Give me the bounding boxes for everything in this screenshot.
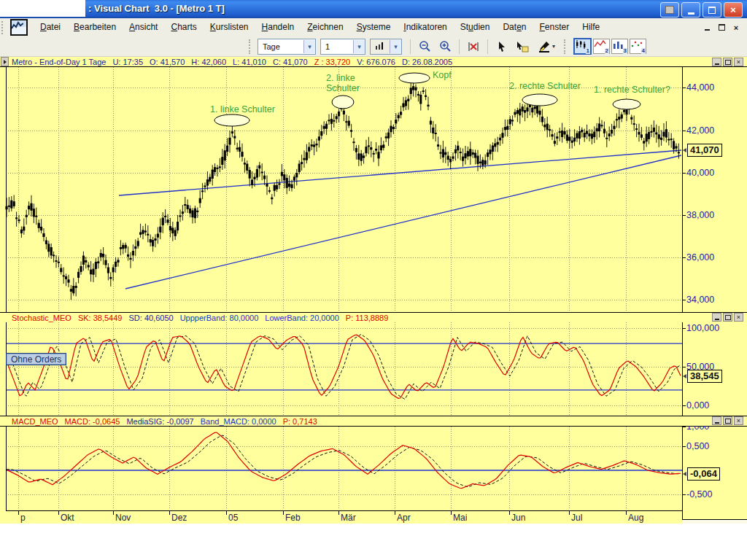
mdi-restore-button[interactable] bbox=[716, 23, 727, 32]
price-header-segment: O: 41,570 bbox=[150, 58, 185, 66]
toolbar-separator bbox=[487, 39, 488, 54]
month-label: Jun bbox=[511, 513, 525, 523]
zoom-in-icon bbox=[439, 40, 452, 52]
chevron-down-icon[interactable]: ▾ bbox=[303, 40, 315, 53]
chart-workspace: Metro - End-of-Day 1 TageU: 17:35O: 41,5… bbox=[0, 57, 747, 524]
panel-close-button[interactable]: × bbox=[734, 416, 743, 425]
mdi-minimize-button[interactable] bbox=[702, 23, 712, 32]
menu-item-datei[interactable]: Datei bbox=[34, 18, 67, 36]
panel-close-button[interactable]: × bbox=[734, 58, 743, 66]
menu-item-handeln[interactable]: Handeln bbox=[255, 18, 301, 36]
stochastic-ytick-label: 100,000 bbox=[686, 323, 719, 333]
cursor-tool-button[interactable] bbox=[492, 38, 511, 55]
period-combobox[interactable]: Tage ▾ bbox=[258, 39, 316, 55]
pen-tool-button[interactable]: ▾ bbox=[533, 38, 560, 55]
panel-maximize-button[interactable] bbox=[723, 313, 732, 322]
price-header-segment: D: 26.08.2005 bbox=[402, 58, 452, 66]
window-box-button[interactable] bbox=[660, 2, 679, 18]
pen-icon bbox=[538, 41, 551, 52]
mdi-close-button[interactable]: × bbox=[731, 23, 741, 32]
pattern-annotation: 1. rechte Schulter? bbox=[594, 85, 670, 95]
price-header-segment: L: 41,010 bbox=[233, 58, 266, 66]
panel-maximize-button[interactable] bbox=[723, 416, 732, 425]
ohne-orders-button[interactable]: Ohne Orders bbox=[6, 353, 66, 365]
zoom-in-button[interactable] bbox=[436, 38, 454, 55]
panel-minimize-button[interactable] bbox=[712, 313, 721, 322]
menu-item-charts[interactable]: Charts bbox=[164, 18, 203, 36]
chevron-down-icon[interactable]: ▾ bbox=[390, 40, 401, 53]
thumb-number: 1 bbox=[586, 48, 590, 54]
delete-drawing-icon bbox=[467, 41, 480, 52]
macd-value-tag: -0,064 bbox=[683, 467, 720, 481]
panel-close-button[interactable]: × bbox=[734, 313, 743, 322]
minimize-button[interactable] bbox=[681, 2, 700, 18]
chart-type-combobox[interactable]: ▾ bbox=[370, 39, 402, 55]
chart-window-2-button[interactable]: 2 bbox=[593, 39, 610, 54]
menu-item-systeme[interactable]: Systeme bbox=[350, 18, 398, 36]
stochastic-value-tag: 38,545 bbox=[683, 370, 722, 383]
panel-maximize-button[interactable] bbox=[723, 58, 732, 66]
arrow-left-icon bbox=[683, 148, 686, 152]
menu-item-studien[interactable]: Studien bbox=[454, 18, 497, 36]
macd-header-text: MACD_MEOMACD: -0,0645MediaSIG: -0,0097Ba… bbox=[12, 417, 324, 426]
month-label: Jul bbox=[571, 513, 582, 523]
minimize-icon bbox=[715, 63, 719, 65]
month-label: Apr bbox=[397, 513, 411, 523]
stochastic-panel-controls: × bbox=[712, 313, 743, 322]
pointer-note-icon bbox=[516, 41, 529, 52]
arrow-left-icon bbox=[683, 374, 686, 378]
pointer-note-tool-button[interactable] bbox=[513, 38, 532, 55]
menu-item-fenster[interactable]: Fenster bbox=[533, 18, 576, 36]
app-icon[interactable] bbox=[10, 19, 28, 36]
menu-item-hilfe[interactable]: Hilfe bbox=[576, 18, 606, 36]
menu-grip-handle[interactable] bbox=[1, 21, 6, 34]
toolbar-grip-handle[interactable] bbox=[249, 39, 254, 54]
zoom-out-button[interactable] bbox=[415, 38, 434, 55]
menu-item-ansicht[interactable]: Ansicht bbox=[123, 18, 164, 36]
mdi-restore-icon bbox=[719, 24, 725, 31]
minimize-icon bbox=[715, 422, 719, 424]
menu-item-zeichnen[interactable]: Zeichnen bbox=[301, 18, 349, 36]
stoch-header-segment: UppperBand: 80,0000 bbox=[180, 314, 259, 322]
panel-expand-button[interactable] bbox=[1, 57, 9, 66]
cursor-icon bbox=[497, 41, 507, 52]
month-label: Dez bbox=[171, 513, 187, 523]
close-button[interactable]: × bbox=[724, 2, 743, 18]
menu-item-bearbeiten[interactable]: Bearbeiten bbox=[67, 18, 123, 36]
price-header-segment: Z : 33,720 bbox=[314, 58, 351, 66]
delete-drawing-button[interactable] bbox=[464, 38, 483, 55]
box-icon bbox=[665, 6, 674, 14]
panel-minimize-button[interactable] bbox=[712, 416, 721, 425]
menu-item-kurslisten[interactable]: Kurslisten bbox=[204, 18, 255, 36]
title-bar[interactable]: : Visual Chart 3.0 - [Metro 1 T] × bbox=[0, 0, 747, 18]
menu-item-indikatoren[interactable]: Indikatoren bbox=[397, 18, 453, 36]
close-icon: × bbox=[730, 5, 736, 15]
month-label: p bbox=[20, 513, 26, 523]
price-ytick-label: 44,000 bbox=[686, 82, 714, 93]
panel-minimize-button[interactable] bbox=[712, 58, 721, 66]
price-header-segment: V: 676.076 bbox=[357, 58, 395, 66]
chevron-down-icon[interactable]: ▾ bbox=[552, 43, 555, 50]
stoch-header-segment: P: 113,8889 bbox=[346, 314, 389, 322]
compression-value: 1 bbox=[321, 42, 353, 51]
chevron-down-icon[interactable]: ▾ bbox=[353, 40, 365, 53]
price-ytick-label: 40,000 bbox=[686, 168, 714, 178]
application-window: : Visual Chart 3.0 - [Metro 1 T] × Datei… bbox=[0, 0, 747, 560]
menu-item-daten[interactable]: Daten bbox=[496, 18, 533, 36]
chart-window-4-button[interactable]: 4 bbox=[630, 39, 646, 54]
chart-window-1-button[interactable]: 1 bbox=[573, 38, 592, 55]
stoch-header-segment: LowerBand: 20,0000 bbox=[265, 314, 339, 322]
pattern-annotation: 2. linke Schulter bbox=[326, 73, 360, 93]
month-label: Nov bbox=[115, 513, 131, 523]
toolbar-grip-handle[interactable] bbox=[564, 39, 569, 54]
chart-window-3-button[interactable]: 3 bbox=[611, 39, 628, 54]
pattern-annotation: Kopf bbox=[433, 70, 452, 80]
toolbar-separator bbox=[459, 39, 460, 54]
restore-button[interactable] bbox=[703, 2, 721, 18]
price-ytick-label: 42,000 bbox=[686, 125, 714, 136]
compression-combobox[interactable]: 1 ▾ bbox=[320, 39, 365, 55]
price-header-segment: U: 17:35 bbox=[112, 58, 143, 66]
macd-ytick-label: -0,500 bbox=[686, 489, 712, 499]
stoch-header-segment: SD: 40,6050 bbox=[128, 314, 173, 322]
chart-canvas[interactable] bbox=[0, 57, 747, 524]
